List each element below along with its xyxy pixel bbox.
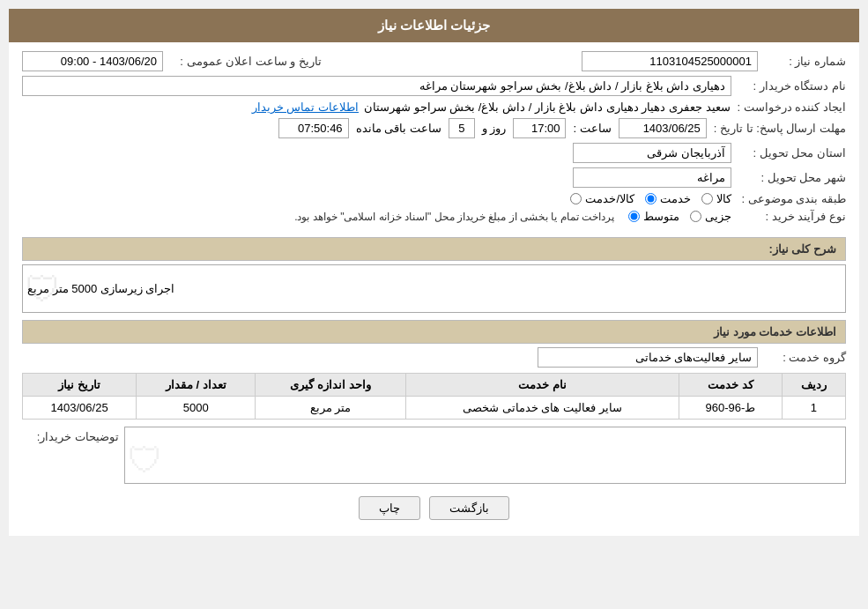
row-ijad: ایجاد کننده درخواست : سعید جعفری دهیار د… — [22, 100, 846, 114]
radio-khadamat[interactable]: خدمت — [645, 192, 691, 205]
row-shmare-tarikh: شماره نیاز : 1103104525000001 تاریخ و سا… — [22, 51, 846, 71]
cell-vahed: متر مربع — [256, 397, 405, 420]
row-noe-farayand: نوع فرآیند خرید : جزیی متوسط پرداخت تمام… — [22, 210, 846, 223]
sharh-header: شرح کلی نیاز: — [22, 237, 846, 261]
table-row: 1 ط-96-960 سایر فعالیت های خدماتی شخصی م… — [23, 397, 846, 420]
row-group: گروه خدمت : سایر فعالیت‌های خدماتی — [22, 347, 846, 368]
table-header: ردیف کد خدمت نام خدمت واحد اندازه گیری ت… — [23, 374, 846, 397]
row-dastgah: نام دستگاه خریدار : دهیاری داش بلاغ بازا… — [22, 76, 846, 96]
farayand-radio-group: جزیی متوسط — [628, 210, 731, 223]
radio-motavasset-input[interactable] — [628, 211, 640, 222]
services-title: اطلاعات خدمات مورد نیاز — [714, 325, 836, 338]
description-section: 🛡 توضیحات خریدار: — [22, 427, 846, 484]
shahr-value: مراغه — [573, 167, 731, 188]
description-textarea[interactable] — [124, 427, 846, 484]
cell-kod: ط-96-960 — [679, 397, 782, 420]
ijad-label: ایجاد کننده درخواست : — [731, 100, 846, 114]
back-button[interactable]: بازگشت — [429, 496, 509, 520]
page-title: جزئیات اطلاعات نیاز — [378, 18, 490, 33]
row-mohlat: مهلت ارسال پاسخ: تا تاریخ : 1403/06/25 س… — [22, 118, 846, 138]
radio-jozi[interactable]: جزیی — [690, 210, 731, 223]
noe-farayand-note: پرداخت تمام یا بخشی از مبلغ خریداز محل "… — [294, 211, 614, 223]
table-header-row: ردیف کد خدمت نام خدمت واحد اندازه گیری ت… — [23, 374, 846, 397]
shmare-niaz-label: شماره نیاز : — [758, 55, 846, 68]
sharh-value: اجرای زیرسازی 5000 متر مربع — [22, 264, 846, 313]
radio-jozi-label: جزیی — [705, 210, 731, 223]
ostan-label: استان محل تحویل : — [731, 146, 846, 160]
col-kod: کد خدمت — [679, 374, 782, 397]
print-button[interactable]: چاپ — [359, 496, 420, 520]
description-label: توضیحات خریدار: — [22, 427, 119, 443]
noe-farayand-label: نوع فرآیند خرید : — [731, 210, 846, 223]
tabaqe-label: طبقه بندی موضوعی : — [731, 192, 846, 205]
tarikh-elan-value: 1403/06/20 - 09:00 — [22, 51, 163, 71]
radio-kala-khadamat[interactable]: کالا/خدمت — [570, 192, 634, 205]
page-header: جزئیات اطلاعات نیاز — [9, 9, 859, 42]
mohlat-time-label: ساعت : — [573, 122, 611, 135]
button-area: بازگشت چاپ — [22, 496, 846, 520]
col-radif: ردیف — [782, 374, 845, 397]
services-section-header: اطلاعات خدمات مورد نیاز — [22, 320, 846, 344]
name-dastgah-label: نام دستگاه خریدار : — [731, 79, 846, 93]
radio-kala[interactable]: کالا — [701, 192, 731, 205]
contact-link[interactable]: اطلاعات تماس خریدار — [252, 100, 359, 114]
table-body: 1 ط-96-960 سایر فعالیت های خدماتی شخصی م… — [23, 397, 846, 420]
content-area: شماره نیاز : 1103104525000001 تاریخ و سا… — [9, 42, 859, 536]
shahr-label: شهر محل تحویل : — [731, 171, 846, 184]
shmare-niaz-value: 1103104525000001 — [582, 51, 758, 71]
mohlat-remaining-label: ساعت باقی مانده — [356, 122, 441, 135]
mohlat-label: مهلت ارسال پاسخ: تا تاریخ : — [707, 122, 846, 135]
cell-radif: 1 — [782, 397, 845, 420]
radio-kala-label: کالا — [716, 192, 731, 205]
radio-kala-khadamat-label: کالا/خدمت — [585, 192, 634, 205]
cell-nam: سایر فعالیت های خدماتی شخصی — [405, 397, 679, 420]
row-ostan: استان محل تحویل : آذربایجان شرقی — [22, 143, 846, 163]
radio-motavasset[interactable]: متوسط — [628, 210, 679, 223]
mohlat-remaining: 07:50:46 — [278, 118, 349, 138]
cell-tarikh: 1403/06/25 — [23, 397, 137, 420]
page-container: جزئیات اطلاعات نیاز شماره نیاز : 1103104… — [9, 9, 859, 536]
mohlat-days-label: روز و — [482, 122, 507, 135]
ijad-value: سعید جعفری دهیار دهیاری داش بلاغ بازار /… — [364, 100, 731, 114]
radio-kala-khadamat-input[interactable] — [570, 193, 582, 204]
radio-motavasset-label: متوسط — [643, 210, 679, 223]
col-nam: نام خدمت — [405, 374, 679, 397]
sharh-section: شرح کلی نیاز: اجرای زیرسازی 5000 متر مرب… — [22, 230, 846, 313]
mohlat-time: 17:00 — [513, 118, 566, 138]
tarikh-elan-label: تاریخ و ساعت اعلان عمومی : — [163, 55, 322, 68]
radio-khadamat-label: خدمت — [660, 192, 691, 205]
row-tabaqe: طبقه بندی موضوعی : کالا خدمت کالا/خدمت — [22, 192, 846, 205]
radio-jozi-input[interactable] — [690, 211, 701, 222]
col-vahed: واحد اندازه گیری — [256, 374, 405, 397]
radio-khadamat-input[interactable] — [645, 193, 657, 204]
col-tarikh: تاریخ نیاز — [23, 374, 137, 397]
sharh-label: شرح کلی نیاز: — [768, 242, 836, 256]
col-tedad: تعداد / مقدار — [137, 374, 256, 397]
ostan-value: آذربایجان شرقی — [573, 143, 731, 163]
group-value: سایر فعالیت‌های خدماتی — [538, 347, 758, 368]
name-dastgah-value: دهیاری داش بلاغ بازار / داش بلاغ/ بخش سر… — [22, 76, 731, 96]
service-table: ردیف کد خدمت نام خدمت واحد اندازه گیری ت… — [22, 373, 846, 420]
group-label: گروه خدمت : — [758, 351, 846, 364]
mohlat-days: 5 — [449, 118, 475, 138]
row-shahr: شهر محل تحویل : مراغه — [22, 167, 846, 188]
tabaqe-radio-group: کالا خدمت کالا/خدمت — [570, 192, 731, 205]
mohlat-date: 1403/06/25 — [619, 118, 707, 138]
cell-tedad: 5000 — [137, 397, 256, 420]
radio-kala-input[interactable] — [701, 193, 713, 204]
